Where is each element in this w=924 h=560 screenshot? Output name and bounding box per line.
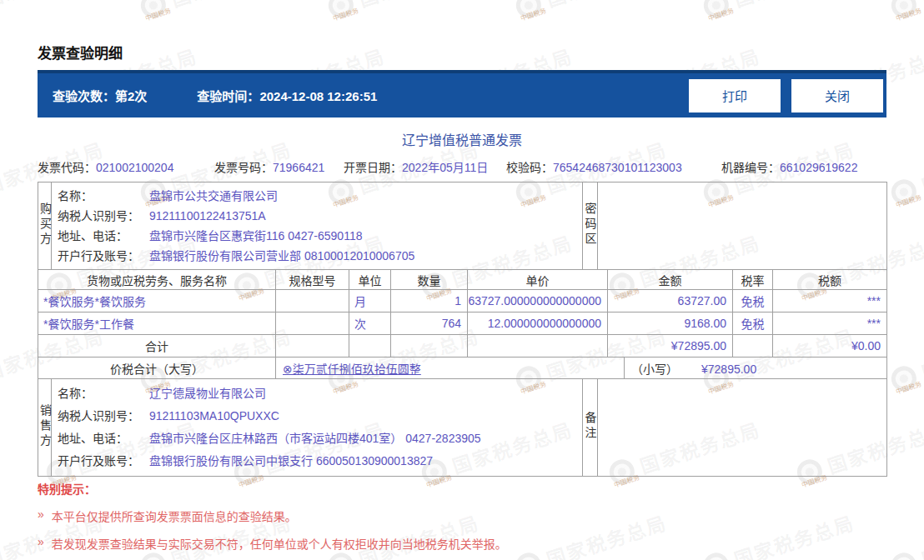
item-qty: 1 [391, 290, 468, 312]
check-count: 查验次数：第2次 [53, 87, 147, 104]
item-row: *餐饮服务*工作餐 次 764 12.000000000000000 9168.… [38, 312, 887, 335]
password-area-label: 密码区 [583, 182, 598, 270]
total-amount: ¥72895.00 [608, 335, 733, 358]
item-name: *餐饮服务*餐饮服务 [38, 290, 276, 312]
grand-total-value: ¥72895.00 [701, 362, 756, 376]
header-qty: 数量 [391, 270, 468, 290]
check-code: 校验码：76542468730101123003 [506, 158, 682, 175]
seller-taxid-row: 纳税人识别号：91211103MA10QPUXXC [58, 405, 582, 428]
header-unit: 单位 [349, 270, 391, 290]
total-label: 合计 [38, 335, 276, 358]
check-time: 查验时间：2024-12-08 12:26:51 [197, 87, 377, 104]
seller-info: 名称：辽宁德晟物业有限公司 纳税人识别号：91211103MA10QPUXXC … [52, 379, 583, 477]
seller-section: 销售方 名称：辽宁德晟物业有限公司 纳税人识别号：91211103MA10QPU… [38, 378, 887, 477]
header-spec: 规格型号 [276, 270, 349, 290]
notice-bullet: » [38, 535, 44, 552]
invoice-title: 辽宁增值税普通发票 [38, 129, 886, 149]
buyer-address-row: 地址、电话：盘锦市兴隆台区惠宾街116 0427-6590118 [58, 226, 582, 246]
invoice-code: 发票代码：021002100204 [38, 158, 173, 175]
grand-total-section: 价税合计（大写） ⊗柒万贰仟捌佰玖拾伍圆整 （小写）¥72895.00 [38, 357, 887, 379]
item-tax: *** [773, 290, 887, 312]
header-amount: 金额 [608, 270, 733, 290]
special-notices: 特别提示： » 本平台仅提供所查询发票票面信息的查验结果。 » 若发现发票查验结… [38, 480, 886, 552]
password-area [598, 182, 887, 270]
remark-label: 备注 [583, 379, 598, 477]
remark-area [598, 379, 887, 477]
header-item-name: 货物或应税劳务、服务名称 [38, 270, 276, 290]
invoice-meta-row: 发票代码：021002100204 发票号码：71966421 开票日期：202… [38, 158, 886, 177]
notice-text: 若发现发票查验结果与实际交易不符，任何单位或个人有权拒收并向当地税务机关举报。 [52, 535, 507, 552]
notice-title: 特别提示： [38, 480, 886, 497]
item-spec [276, 312, 349, 335]
notice-bullet: » [38, 508, 44, 524]
item-spec [276, 290, 349, 312]
grand-total-small: （小写）¥72895.00 [625, 358, 887, 379]
check-time-label: 查验时间： [197, 89, 259, 103]
seller-bank-row: 开户行及账号：盘锦银行股份有限公司中银支行 660050130900013827 [58, 450, 582, 472]
buyer-taxid-row: 纳税人识别号：91211100122413751A [58, 206, 582, 226]
item-rate: 免税 [733, 312, 773, 335]
item-row: *餐饮服务*餐饮服务 月 1 63727.000000000000000 637… [38, 290, 887, 312]
check-count-value: 第2次 [115, 89, 147, 103]
item-qty: 764 [391, 312, 468, 335]
item-tax: *** [773, 312, 887, 335]
page-title: 发票查验明细 [38, 42, 123, 62]
item-name: *餐饮服务*工作餐 [38, 312, 276, 335]
item-rate: 免税 [733, 290, 773, 312]
grand-total-small-label: （小写） [631, 362, 678, 376]
notice-text: 本平台仅提供所查询发票票面信息的查验结果。 [52, 508, 297, 524]
invoice-number: 发票号码：71966421 [214, 158, 324, 175]
seller-name-row: 名称：辽宁德晟物业有限公司 [58, 382, 582, 405]
item-unit: 次 [349, 312, 391, 335]
items-table: 货物或应税劳务、服务名称 规格型号 单位 数量 单价 金额 税率 税额 *餐饮服… [38, 269, 887, 358]
toolbar-buttons: 打印 关闭 [689, 79, 883, 112]
item-amount: 9168.00 [608, 312, 733, 335]
items-total-row: 合计 ¥72895.00 ¥0.00 [38, 335, 887, 358]
buyer-section-label: 购买方 [38, 182, 52, 270]
items-header-row: 货物或应税劳务、服务名称 规格型号 单位 数量 单价 金额 税率 税额 [38, 270, 887, 290]
grand-total-label: 价税合计（大写） [38, 358, 276, 379]
machine-number: 机器编号：661029619622 [721, 158, 857, 175]
item-price: 63727.000000000000000 [468, 290, 608, 312]
check-time-value: 2024-12-08 12:26:51 [259, 89, 377, 103]
grand-total-words: ⊗柒万贰仟捌佰玖拾伍圆整 [276, 358, 625, 379]
seller-address-row: 地址、电话：盘锦市兴隆台区庄林路西（市客运站四楼401室） 0427-28239… [58, 428, 582, 450]
invoice-date: 开票日期：2022年05月11日 [344, 158, 488, 175]
buyer-section: 购买方 名称：盘锦市公共交通有限公司 纳税人识别号：91211100122413… [38, 182, 887, 270]
item-amount: 63727.00 [608, 290, 733, 312]
notice-item: » 若发现发票查验结果与实际交易不符，任何单位或个人有权拒收并向当地税务机关举报… [38, 535, 886, 552]
item-price: 12.000000000000000 [468, 312, 608, 335]
seller-section-label: 销售方 [38, 379, 52, 477]
total-tax: ¥0.00 [773, 335, 887, 358]
print-button[interactable]: 打印 [689, 79, 781, 112]
notice-item: » 本平台仅提供所查询发票票面信息的查验结果。 [38, 508, 886, 524]
toolbar: 查验次数：第2次 查验时间：2024-12-08 12:26:51 打印 关闭 [38, 70, 886, 118]
check-count-label: 查验次数： [53, 89, 115, 103]
buyer-bank-row: 开户行及账号：盘锦银行股份有限公司营业部 08100012010006705 [58, 246, 582, 266]
header-tax: 税额 [773, 270, 887, 290]
buyer-info: 名称：盘锦市公共交通有限公司 纳税人识别号：91211100122413751A… [52, 182, 583, 270]
item-unit: 月 [349, 290, 391, 312]
header-price: 单价 [468, 270, 608, 290]
buyer-name-row: 名称：盘锦市公共交通有限公司 [58, 186, 582, 206]
header-rate: 税率 [733, 270, 773, 290]
close-button[interactable]: 关闭 [791, 79, 883, 112]
